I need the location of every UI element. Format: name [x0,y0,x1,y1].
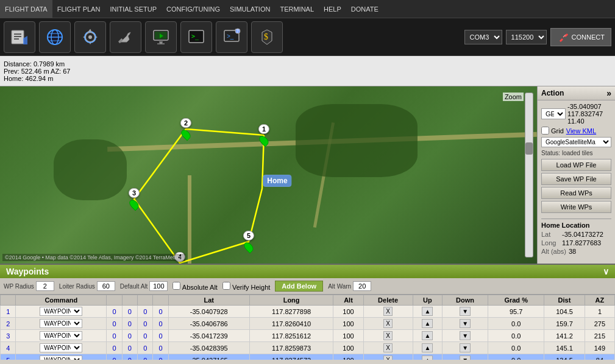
menu-help[interactable]: HELP [319,0,346,18]
row-p3[interactable]: 0 [138,306,153,318]
coord-lon-value: 117.832747 [567,110,603,117]
default-alt-input[interactable] [149,281,168,291]
menu-initial-setup[interactable]: INITIAL SETUP [105,0,162,18]
row-p4[interactable]: 0 [153,354,168,360]
waypoint-marker-5[interactable]: 5 [243,231,254,253]
svg-point-10 [88,35,92,39]
command-select[interactable]: WAYPOINT [40,343,82,352]
wp-radius-input[interactable] [36,281,54,291]
up-button[interactable]: ▲ [422,307,433,316]
menu-flight-plan[interactable]: FLIGHT PLAN [52,0,105,18]
row-p4[interactable]: 0 [153,318,168,330]
down-button[interactable]: ▼ [460,355,471,360]
up-button[interactable]: ▲ [422,319,433,328]
row-p3[interactable]: 0 [138,318,153,330]
menu-simulation[interactable]: SIMULATION [225,0,275,18]
map-type-select[interactable]: GoogleSatelliteMa [541,137,611,147]
row-p2[interactable]: 0 [122,342,137,354]
com-port-select[interactable]: COM3 [464,30,502,44]
map-container[interactable]: 1 2 3 4 5 Home Zoom ©2014 Google [0,86,537,264]
prev-text: Prev: 522.46 m AZ: 67 [4,68,611,75]
row-delete: X [363,306,413,318]
waypoint-marker-3[interactable]: 3 [129,188,140,210]
toolbar-help[interactable]: ? >_ [216,21,247,53]
toolbar-initial-setup[interactable] [74,21,106,53]
row-down: ▼ [442,330,488,342]
command-select[interactable]: WAYPOINT [40,355,82,360]
menu-flight-data[interactable]: FLIGHT DATA [0,0,52,18]
write-wps-button[interactable]: Write WPs [541,201,611,213]
grid-checkbox-label[interactable]: Grid [541,127,564,135]
menu-donate[interactable]: DONATE [346,0,383,18]
toolbar-donate[interactable]: $ [251,21,283,53]
coord-type-select[interactable]: GEO [541,108,566,119]
down-button[interactable]: ▼ [460,307,471,316]
row-p4[interactable]: 0 [153,342,168,354]
alt-warn-input[interactable] [353,281,371,291]
delete-button[interactable]: X [383,355,393,360]
row-num[interactable]: 1 [1,306,16,318]
row-num[interactable]: 2 [1,318,16,330]
connect-button[interactable]: CONNECT [550,28,611,46]
toolbar-flight-plan[interactable] [39,21,71,53]
down-button[interactable]: ▼ [460,331,471,340]
row-num[interactable]: 3 [1,330,16,342]
toolbar-terminal[interactable]: >_ [180,21,212,53]
row-p2[interactable]: 0 [122,318,137,330]
baud-rate-select[interactable]: 115200 [506,30,547,44]
load-wp-button[interactable]: Load WP File [541,159,611,171]
row-p1[interactable]: 0 [107,318,122,330]
row-num[interactable]: 4 [1,342,16,354]
delete-button[interactable]: X [383,331,393,340]
menu-terminal[interactable]: TERMINAL [275,0,319,18]
down-button[interactable]: ▼ [460,343,471,352]
row-p1[interactable]: 0 [107,306,122,318]
row-num[interactable]: 5 [1,354,16,360]
waypoints-collapse-icon[interactable]: ∨ [603,267,609,276]
save-wp-button[interactable]: Save WP File [541,173,611,185]
waypoint-marker-1[interactable]: 1 [258,124,269,146]
delete-button[interactable]: X [383,343,393,352]
row-p4[interactable]: 0 [153,306,168,318]
row-p4[interactable]: 0 [153,330,168,342]
read-wps-button[interactable]: Read WPs [541,187,611,199]
row-p3[interactable]: 0 [138,342,153,354]
down-button[interactable]: ▼ [460,319,471,328]
loiter-radius-input[interactable] [97,281,115,291]
command-select[interactable]: WAYPOINT [40,319,82,328]
row-p1[interactable]: 0 [107,330,122,342]
zoom-bar[interactable] [525,93,533,257]
row-p1[interactable]: 0 [107,342,122,354]
up-button[interactable]: ▲ [422,343,433,352]
menu-config-tuning[interactable]: CONFIG/TUNING [162,0,225,18]
row-p1[interactable]: 0 [107,354,122,360]
toolbar-simulation[interactable] [145,21,177,53]
toolbar-flight-data[interactable] [4,21,35,53]
row-p2[interactable]: 0 [122,330,137,342]
row-p2[interactable]: 0 [122,306,137,318]
toolbar-config[interactable] [110,21,141,53]
home-marker[interactable]: Home [263,175,291,187]
waypoints-table-container[interactable]: Command Lat Long Alt Delete Up Down Grad… [0,295,615,360]
wp-pin-2 [179,128,192,141]
delete-button[interactable]: X [383,307,393,316]
delete-button[interactable]: X [383,319,393,328]
up-button[interactable]: ▲ [422,355,433,360]
alt-warn-label: Alt Warn [328,283,351,290]
up-button[interactable]: ▲ [422,331,433,340]
grid-checkbox[interactable] [541,127,549,135]
waypoint-marker-2[interactable]: 2 [180,118,191,140]
view-kml-link[interactable]: View KML [566,127,596,135]
waypoints-title: Waypoints [6,267,49,276]
command-select[interactable]: WAYPOINT [40,307,82,316]
verify-height-label[interactable]: Verify Height [222,282,270,291]
command-select[interactable]: WAYPOINT [40,331,82,340]
row-p3[interactable]: 0 [138,354,153,360]
panel-collapse-btn[interactable]: » [606,88,611,98]
absolute-alt-checkbox[interactable] [172,282,180,290]
verify-height-checkbox[interactable] [222,282,230,290]
absolute-alt-label[interactable]: Absolute Alt [172,282,218,291]
row-p2[interactable]: 0 [122,354,137,360]
add-below-button[interactable]: Add Below [275,281,323,292]
row-p3[interactable]: 0 [138,330,153,342]
